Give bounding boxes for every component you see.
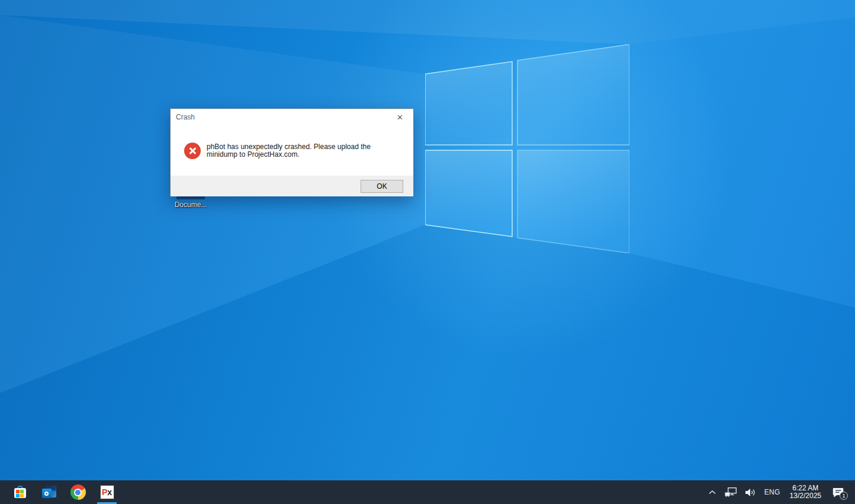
taskbar-apps: Px xyxy=(0,480,121,504)
desktop-icon-label: Docume... xyxy=(171,201,211,209)
clock-date: 13/2/2025 xyxy=(790,492,821,500)
microsoft-store-icon xyxy=(12,484,28,500)
action-center-button[interactable]: 1 xyxy=(827,480,851,504)
taskbar-button-outlook[interactable] xyxy=(34,480,63,504)
dialog-footer: OK xyxy=(171,176,413,196)
dialog-body: phBot has unexpectedly crashed. Please u… xyxy=(171,125,413,176)
clock[interactable]: 6:22 AM 13/2/2025 xyxy=(785,484,827,500)
chevron-up-icon[interactable] xyxy=(704,480,721,504)
taskbar-button-microsoft-store[interactable] xyxy=(5,480,34,504)
notification-badge: 1 xyxy=(840,492,848,500)
desktop-icon-documents[interactable]: Docume... xyxy=(171,195,211,209)
chrome-icon xyxy=(70,484,86,500)
dialog-title: Crash xyxy=(171,113,195,121)
system-tray: ENG 6:22 AM 13/2/2025 1 xyxy=(704,480,855,504)
dialog-message: phBot has unexpectedly crashed. Please u… xyxy=(207,143,403,159)
network-ethernet-icon[interactable] xyxy=(721,480,741,504)
taskbar-button-phbot[interactable]: Px xyxy=(92,480,121,504)
outlook-icon xyxy=(41,484,57,500)
ok-button[interactable]: OK xyxy=(361,180,403,193)
dialog-titlebar[interactable]: Crash ✕ xyxy=(171,109,413,125)
taskbar-button-chrome[interactable] xyxy=(63,480,92,504)
phbot-icon: Px xyxy=(100,485,114,499)
desktop-wallpaper[interactable] xyxy=(0,0,855,504)
taskbar: Px ENG 6:22 A xyxy=(0,480,855,504)
windows-logo xyxy=(425,44,629,253)
language-indicator[interactable]: ENG xyxy=(760,480,785,504)
error-circle-x-icon xyxy=(184,143,201,159)
close-icon[interactable]: ✕ xyxy=(387,109,413,125)
volume-icon[interactable] xyxy=(741,480,760,504)
crash-dialog: Crash ✕ phBot has unexpectedly crashed. … xyxy=(170,108,414,196)
